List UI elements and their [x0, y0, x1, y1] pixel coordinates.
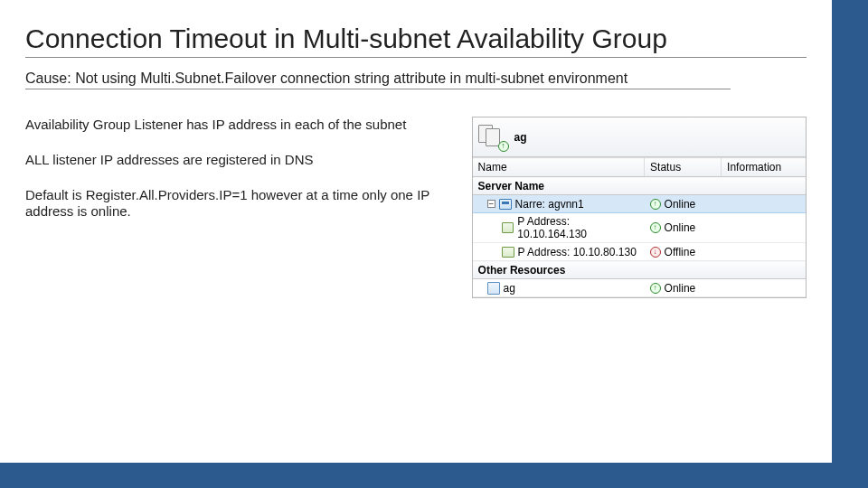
section-label: Other Resources	[473, 261, 806, 279]
section-other-resources: Other Resources	[473, 261, 806, 279]
cause-underline	[25, 89, 731, 89]
status-cell: ↑ Online	[650, 221, 716, 234]
status-cell: ↓ Offline	[650, 246, 716, 258]
table-row[interactable]: P Address: 10.10.80.130 ↓ Offline	[473, 243, 806, 261]
cause-text: Cause: Not using Multi.Subnet.Failover c…	[25, 70, 807, 87]
body-paragraph-1: Availability Group Listener has IP addre…	[25, 117, 456, 134]
availability-group-icon: ↑	[478, 125, 507, 150]
ip-label: P Address: 10.10.80.130	[518, 246, 637, 258]
table-row[interactable]: P Address: 10.10.164.130 ↑ Online	[473, 213, 806, 243]
status-cell: ↑ Online	[650, 198, 716, 211]
body-paragraph-2: ALL listener IP addresses are registered…	[25, 152, 456, 169]
ip-address-icon	[502, 247, 514, 258]
section-server-name: Server Name	[473, 177, 806, 195]
col-header-name[interactable]: Name	[473, 158, 645, 177]
slide-title: Connection Timeout in Multi-subnet Avail…	[25, 23, 807, 53]
status-label: Online	[665, 198, 696, 211]
status-online-icon: ↑	[650, 283, 661, 294]
ip-label: P Address: 10.10.164.130	[517, 215, 638, 240]
status-online-icon: ↑	[650, 222, 661, 233]
status-cell: ↑ Online	[650, 282, 716, 295]
cluster-panel: ↑ ag Name Status Information Server Name	[472, 117, 807, 298]
body-paragraph-3: Default is Register.All.Providers.IP=1 h…	[25, 187, 456, 221]
table-row[interactable]: − Narre: agvnn1 ↑ Online	[473, 195, 806, 213]
col-header-status[interactable]: Status	[645, 158, 722, 177]
panel-header: ↑ ag	[473, 117, 806, 157]
server-name-cell: − Narre: agvnn1	[478, 198, 639, 211]
ip-address-icon	[502, 222, 514, 233]
col-header-info[interactable]: Information	[722, 158, 806, 177]
body-row: Availability Group Listener has IP addre…	[25, 117, 807, 298]
title-underline	[25, 57, 807, 58]
resource-cell: ag	[478, 282, 639, 295]
status-label: Online	[665, 221, 696, 234]
ip-cell: P Address: 10.10.164.130	[478, 215, 639, 240]
status-offline-icon: ↓	[650, 247, 661, 258]
status-online-icon: ↑	[650, 199, 661, 210]
table-header-row: Name Status Information	[473, 158, 806, 177]
status-label: Online	[665, 282, 696, 295]
ag-label: ag	[514, 131, 527, 144]
table-row[interactable]: ag ↑ Online	[473, 279, 806, 297]
server-icon	[499, 199, 512, 210]
server-name-label: Narre: agvnn1	[515, 198, 584, 211]
body-text: Availability Group Listener has IP addre…	[25, 117, 456, 239]
resource-icon	[487, 282, 500, 295]
tree-toggle-icon[interactable]: −	[487, 200, 495, 208]
ip-cell: P Address: 10.10.80.130	[478, 246, 639, 258]
status-label: Offline	[665, 246, 695, 258]
slide-content: Connection Timeout in Multi-subnet Avail…	[0, 0, 832, 463]
resource-table: Name Status Information Server Name − Na…	[473, 157, 806, 297]
section-label: Server Name	[473, 177, 806, 195]
resource-label: ag	[504, 282, 515, 295]
